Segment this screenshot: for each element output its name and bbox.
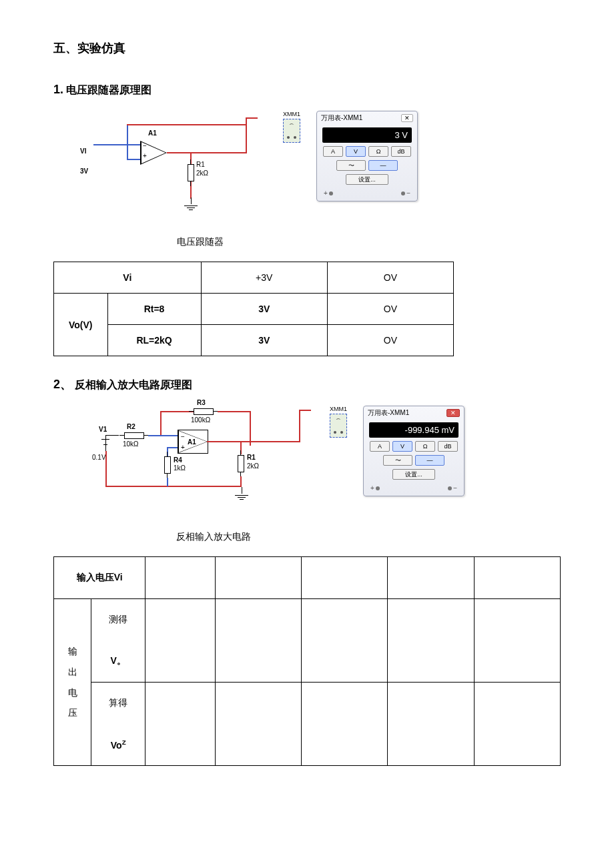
label-v1: V1 [99,426,107,433]
figure-1: VI 3V A1 − + R1 2kΩ XMM1 ⌒ [80,111,561,231]
xmm-node-icon: ⌒ [330,414,347,438]
meter2-btn-db[interactable]: dB [438,441,458,452]
meter1-btn-settings[interactable]: 设置... [346,174,388,185]
circuit-diagram-2: V1 0.1V R2 10kΩ R3 100kΩ A1 − + [87,406,314,526]
label-xmm1b: XMM1 [330,406,347,412]
meter1-title: 万用表-XMM1 [321,113,362,123]
meter2-btn-settings[interactable]: 设置... [392,469,435,480]
table-row: Vo(V) Rt=8 3V OV [54,294,454,325]
table-row: 算得 [54,683,561,725]
label-a1: A1 [148,129,157,137]
subsection-1-num: 1. [53,83,63,96]
label-r1b-val: 2kΩ [247,462,259,470]
meter1-btn-ac[interactable]: 〜 [336,160,366,171]
meter2-title: 万用表-XMM1 [368,408,409,418]
table-row: 输入电压Vi [54,557,561,599]
label-vi: VI [80,147,86,155]
label-r1b: R1 [247,454,256,461]
subsection-2-num: 2、 [53,378,72,391]
resistor-r3-icon [194,408,214,415]
t1-r2c3: OV [327,294,453,325]
meter1-btn-dc[interactable]: — [368,160,398,171]
meter2-btn-ac[interactable]: 〜 [383,455,412,466]
meter2-probe-plus: + [370,484,374,492]
t2-r3b: VoZ [91,724,145,766]
figure-2: V1 0.1V R2 10kΩ R3 100kΩ A1 − + [80,406,561,526]
subsection-1-title: 1. 电压跟随器原理图 [53,83,561,97]
resistor-r2-icon [124,432,144,439]
subsection-2-title: 2、 反相输入放大电路原理图 [53,376,561,392]
label-v1-val: 0.1V [92,454,106,461]
t1-vi: Vi [54,262,202,294]
table-2: 输入电压Vi 输出电压 测得 V。 算得 VoZ [53,556,561,766]
section-heading: 五、实验仿真 [53,40,561,56]
figure-1-caption: 电压跟随器 [93,236,307,248]
opamp-icon: A1 − + [178,430,208,454]
ground-icon [235,487,248,501]
subsection-2-text: 反相输入放大电路原理图 [75,379,192,390]
meter1-display: 3 V [322,127,412,143]
circuit-diagram-1: VI 3V A1 − + R1 2kΩ [80,111,267,231]
meter1-probe-plus: + [324,189,328,197]
multimeter-panel-2: 万用表-XMM1 ✕ -999.945 mV A V Ω dB 〜 — 设置..… [363,406,465,496]
resistor-r1-icon [188,164,194,181]
label-r2: R2 [127,423,135,430]
label-r1-val: 2kΩ [196,169,208,177]
t1-r1c2: +3V [201,262,327,294]
t2-vo-label: 输出电压 [57,641,88,723]
meter2-probe-minus: − [453,484,457,492]
label-vi-val: 3V [80,167,88,175]
resistor-r1-icon [238,455,244,472]
t2-r2b: V。 [91,640,145,683]
ground-icon [184,197,198,211]
t1-vo: Vo(V) [54,294,108,356]
meter1-btn-ohm[interactable]: Ω [368,146,388,157]
label-r3-val: 100kΩ [191,416,210,424]
t1-r3c2: 3V [201,325,327,356]
meter1-btn-v[interactable]: V [346,146,366,157]
t1-r3c1: RL=2kQ [107,325,201,356]
resistor-r4-icon [164,456,171,474]
xmm-node-icon: ⌒ [283,119,300,143]
meter2-btn-v[interactable]: V [392,441,412,452]
meter2-display: -999.945 mV [369,422,458,438]
t2-r2a: 测得 [91,599,145,641]
meter1-btn-a[interactable]: A [323,146,343,157]
t1-r2c1: Rt=8 [107,294,201,325]
t1-r3c3: OV [327,325,453,356]
label-r4: R4 [174,456,182,464]
table-row: 输出电压 测得 [54,599,561,641]
t2-r1: 输入电压Vi [77,572,123,582]
label-r3: R3 [197,399,206,406]
table-row: RL=2kQ 3V OV [54,325,454,356]
figure-2-caption: 反相输入放大电路 [93,531,334,543]
table-row: Vi +3V OV [54,262,454,294]
label-r4-val: 1kΩ [174,464,186,472]
meter2-btn-a[interactable]: A [370,441,390,452]
t1-r1c3: OV [327,262,453,294]
label-xmm1: XMM1 [283,111,300,117]
label-r1: R1 [196,161,205,168]
meter1-btn-db[interactable]: dB [391,146,411,157]
table-1: Vi +3V OV Vo(V) Rt=8 3V OV RL=2kQ 3V OV [53,262,454,356]
t2-r3a: 算得 [91,683,145,725]
source-icon [105,435,106,451]
meter1-probe-minus: − [406,189,410,197]
t1-r2c2: 3V [201,294,327,325]
meter2-close-button[interactable]: ✕ [446,409,460,417]
meter2-btn-dc[interactable]: — [415,455,444,466]
meter1-close-button[interactable]: ✕ [401,114,413,122]
subsection-1-text: 电压跟随器原理图 [66,84,151,95]
label-r2-val: 10kΩ [123,440,139,448]
meter2-btn-ohm[interactable]: Ω [415,441,435,452]
multimeter-panel-1: 万用表-XMM1 ✕ 3 V A V Ω dB 〜 — 设置... + − [316,111,418,201]
